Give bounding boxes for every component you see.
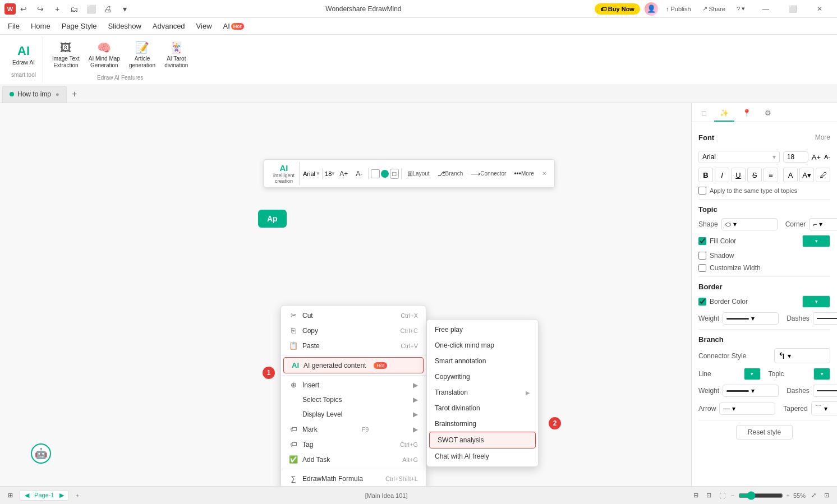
tab-how-to-imp[interactable]: How to imp ● — [2, 86, 67, 103]
ctx-paste[interactable]: 📋 Paste Ctrl+V — [281, 338, 426, 353]
zoom-minus-icon[interactable]: − — [731, 492, 734, 499]
menu-advanced[interactable]: Advanced — [147, 19, 191, 34]
menu-file[interactable]: File — [2, 19, 25, 34]
share-button[interactable]: ↗ Share — [699, 4, 729, 13]
status-fullscreen-btn[interactable]: ⛶ — [717, 491, 728, 500]
ft-close-btn[interactable]: ✕ — [539, 169, 550, 178]
ctx-ai-generated[interactable]: AI AI generated content Hot — [283, 357, 424, 373]
status-layout-toggle[interactable]: ⊞ — [6, 491, 15, 500]
ctx-insert[interactable]: ⊕ Insert ▶ — [281, 377, 426, 392]
ft-border-btn[interactable]: □ — [390, 169, 398, 179]
reset-style-btn[interactable]: Reset style — [736, 425, 793, 440]
sub-tarot-divination[interactable]: Tarot divination — [427, 400, 538, 416]
rp-tapered-select[interactable]: ⌒ ▾ — [811, 401, 837, 415]
save-btn[interactable]: ⬜ — [83, 1, 99, 17]
ctx-tag[interactable]: 🏷 Tag Ctrl+G — [281, 437, 426, 452]
rp-arrow-select[interactable]: — ▾ — [719, 403, 775, 415]
ctx-edrawmath[interactable]: ∑ EdrawMath Formula Ctrl+Shift+L — [281, 471, 426, 486]
rp-tab-settings[interactable]: ⚙ — [759, 105, 777, 122]
rp-dashes-select[interactable]: ▾ — [813, 312, 837, 325]
ai-tarot-btn[interactable]: 🃏 AI Tarotdivination — [161, 39, 191, 71]
sub-brainstorming[interactable]: Brainstorming — [427, 416, 538, 432]
rp-font-decrease[interactable]: A- — [824, 154, 830, 160]
status-fit-btn[interactable]: ⊡ — [704, 491, 714, 500]
ft-size-selector[interactable]: 18 ▾ — [325, 170, 335, 177]
rp-tab-layout[interactable]: □ — [696, 105, 712, 122]
ai-mind-map-btn[interactable]: 🧠 AI Mind MapGeneration — [85, 39, 123, 71]
sub-chat-ai[interactable]: Chat with AI freely — [427, 448, 538, 464]
ft-font-selector[interactable]: Arial ▾ — [303, 170, 320, 177]
rp-tab-style[interactable]: ✨ — [714, 105, 734, 122]
publish-button[interactable]: ↑ Publish — [663, 4, 695, 13]
sub-one-click-mind-map[interactable]: One-click mind map — [427, 337, 538, 353]
page-tab-next[interactable]: ▶ — [59, 492, 64, 498]
menu-page-style[interactable]: Page Style — [56, 19, 103, 34]
rp-font-name-select[interactable]: Arial ▾ — [698, 151, 780, 163]
rp-tab-map[interactable]: 📍 — [737, 105, 757, 122]
ft-branch-btn[interactable]: ⎇ Branch — [434, 168, 467, 179]
rp-connector-style-select[interactable]: ↰ ▾ — [774, 348, 830, 363]
zoom-slider[interactable] — [738, 491, 783, 500]
minimize-btn[interactable]: — — [753, 0, 779, 18]
rp-fill-color-btn[interactable]: ▾ — [802, 235, 830, 247]
rp-border-color-btn[interactable]: ▾ — [802, 295, 830, 308]
canvas[interactable]: AI intelligent creation Arial ▾ 18 ▾ A+ … — [0, 103, 691, 486]
rp-corner-select[interactable]: ⌐ ▾ — [809, 218, 837, 230]
ft-increase-font[interactable]: A+ — [336, 168, 351, 179]
rp-branch-weight-select[interactable]: ▾ — [723, 385, 779, 397]
buy-now-button[interactable]: 🏷 Buy Now — [595, 3, 640, 15]
maximize-btn[interactable]: ⬜ — [780, 0, 806, 18]
robot-assistant-btn[interactable]: 🤖 — [31, 443, 51, 464]
rp-shape-select[interactable]: ⬭ ▾ — [721, 218, 778, 230]
rp-strikethrough-btn[interactable]: S — [747, 168, 762, 182]
menu-ai[interactable]: AI Hot — [218, 19, 250, 34]
ctx-display-level[interactable]: Display Level ▶ — [281, 407, 426, 422]
menu-view[interactable]: View — [191, 19, 218, 34]
ft-shape-btn[interactable] — [371, 169, 380, 178]
rp-italic-btn[interactable]: I — [715, 168, 729, 182]
status-minimize-panel[interactable]: ⊡ — [822, 491, 831, 500]
rp-bold-btn[interactable]: B — [698, 168, 713, 182]
rp-line-color-btn[interactable]: ▾ — [744, 368, 761, 380]
rp-font-more[interactable]: More — [815, 133, 830, 141]
rp-branch-dashes-select[interactable]: ▾ — [813, 385, 837, 397]
rp-border-color-checkbox[interactable] — [698, 298, 706, 306]
open-btn[interactable]: 🗂 — [66, 1, 82, 17]
ctx-select-topics[interactable]: Select Topics ▶ — [281, 392, 426, 407]
rp-apply-checkbox[interactable] — [698, 187, 706, 195]
sub-swot-analysis[interactable]: SWOT analysis — [429, 432, 536, 448]
rp-fill-checkbox[interactable] — [698, 237, 706, 245]
ctx-copy[interactable]: ⎘ Copy Ctrl+C — [281, 323, 426, 338]
rp-underline-btn[interactable]: U — [731, 168, 746, 182]
rp-font-size[interactable]: 18 — [783, 151, 808, 163]
tab-add-button[interactable]: + — [67, 86, 82, 102]
rp-align-btn[interactable]: ≡ — [764, 168, 778, 182]
ap-node[interactable]: Ap — [258, 210, 287, 228]
ft-fill-circle[interactable] — [381, 170, 389, 178]
undo-btn[interactable]: ↩ — [16, 1, 31, 17]
ft-ai-creation-btn[interactable]: AI intelligent creation — [269, 162, 300, 185]
rp-topic-color-btn[interactable]: ▾ — [813, 368, 830, 380]
add-page-btn[interactable]: + — [73, 491, 81, 500]
page-tab-prev[interactable]: ◀ — [25, 492, 29, 498]
sub-translation[interactable]: Translation ▶ — [427, 385, 538, 400]
image-text-extraction-btn[interactable]: 🖼 Image TextExtraction — [49, 39, 83, 71]
ft-decrease-font[interactable]: A- — [352, 168, 366, 179]
status-fullscreen-expand[interactable]: ⤢ — [809, 491, 818, 500]
ctx-cut[interactable]: ✂ Cut Ctrl+X — [281, 308, 426, 323]
rp-font-increase[interactable]: A+ — [812, 153, 821, 161]
ft-more-btn[interactable]: ••• More — [511, 168, 537, 179]
rp-clear-format-btn[interactable]: 🖊 — [816, 168, 830, 182]
rp-weight-select[interactable]: ▾ — [723, 312, 779, 325]
article-generation-btn[interactable]: 📝 Articlegeneration — [126, 39, 159, 71]
redo-btn[interactable]: ↪ — [33, 1, 48, 17]
print-btn[interactable]: 🖨 — [100, 1, 116, 17]
rp-custom-width-checkbox[interactable] — [698, 264, 706, 272]
more-btn[interactable]: ▾ — [117, 1, 132, 17]
page-tab-active[interactable]: ◀ Page-1 ▶ — [20, 490, 69, 501]
rp-shadow-checkbox[interactable] — [698, 252, 706, 260]
help-button[interactable]: ? ▾ — [733, 4, 748, 13]
rp-text-style-btn[interactable]: A▾ — [799, 168, 814, 182]
zoom-plus-icon[interactable]: + — [787, 492, 790, 499]
edraw-ai-btn[interactable]: AI Edraw AI — [9, 41, 38, 68]
